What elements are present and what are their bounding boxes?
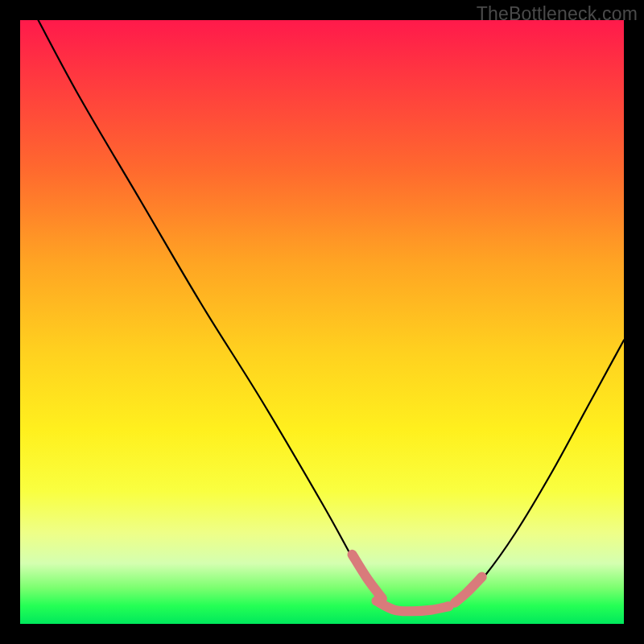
plot-area bbox=[20, 20, 624, 624]
watermark-text: TheBottleneck.com bbox=[477, 3, 638, 25]
bottleneck-curve bbox=[39, 20, 625, 613]
chart-frame: TheBottleneck.com bbox=[0, 0, 644, 644]
bottleneck-curve-svg bbox=[20, 20, 624, 624]
highlight-basin bbox=[377, 601, 449, 612]
highlight-right-arm-tip bbox=[455, 577, 482, 603]
highlight-group bbox=[353, 555, 482, 612]
highlight-left-arm-tip bbox=[353, 555, 383, 599]
